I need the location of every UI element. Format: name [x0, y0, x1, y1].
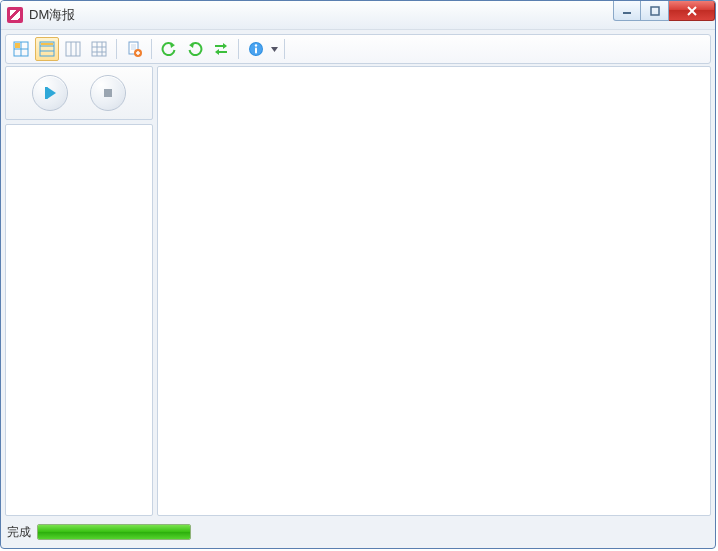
chevron-down-icon	[271, 47, 278, 52]
list-panel[interactable]	[5, 124, 153, 516]
swap-button[interactable]	[209, 37, 233, 61]
titlebar: DM海报	[1, 1, 715, 30]
svg-rect-1	[651, 7, 659, 15]
minimize-button[interactable]	[613, 1, 641, 21]
refresh-cw-icon	[187, 41, 203, 57]
info-dropdown[interactable]	[270, 47, 279, 52]
refresh-ccw-icon	[161, 41, 177, 57]
svg-rect-11	[41, 43, 53, 45]
stop-icon	[101, 86, 115, 100]
close-icon	[686, 6, 698, 16]
info-button[interactable]	[244, 37, 268, 61]
status-text: 完成	[5, 524, 31, 541]
svg-rect-0	[623, 12, 631, 14]
page-add-icon	[126, 41, 142, 57]
svg-rect-38	[104, 89, 112, 97]
columns-icon	[65, 41, 81, 57]
refresh-button-2[interactable]	[183, 37, 207, 61]
statusbar: 完成	[5, 520, 711, 544]
svg-rect-34	[255, 48, 257, 54]
toolbar-separator	[151, 39, 152, 59]
maximize-button[interactable]	[641, 1, 669, 21]
toolbar-separator	[116, 39, 117, 59]
progress-bar	[37, 524, 191, 540]
svg-rect-12	[66, 42, 80, 56]
svg-marker-35	[271, 47, 278, 52]
detail-icon	[39, 41, 55, 57]
swap-icon	[213, 41, 229, 57]
svg-rect-7	[15, 43, 20, 48]
stop-button[interactable]	[90, 75, 126, 111]
play-icon	[42, 85, 58, 101]
info-icon	[248, 41, 264, 57]
view-detail-button[interactable]	[35, 37, 59, 61]
svg-marker-36	[47, 87, 56, 99]
svg-marker-30	[215, 49, 219, 55]
toolbar-separator	[238, 39, 239, 59]
window-controls	[613, 1, 715, 21]
table-icon	[91, 41, 107, 57]
grid-icon	[13, 41, 29, 57]
toolbar-separator	[284, 39, 285, 59]
main-panel[interactable]	[157, 66, 711, 516]
svg-point-33	[255, 44, 257, 46]
toolbar	[5, 34, 711, 64]
svg-rect-37	[45, 87, 48, 99]
svg-rect-15	[92, 42, 106, 56]
close-button[interactable]	[669, 1, 715, 21]
view-table-button[interactable]	[87, 37, 111, 61]
progress-fill	[38, 525, 190, 539]
view-columns-button[interactable]	[61, 37, 85, 61]
page-add-button[interactable]	[122, 37, 146, 61]
refresh-button-1[interactable]	[157, 37, 181, 61]
left-column	[5, 66, 153, 516]
app-window: DM海报	[0, 0, 716, 549]
app-icon	[7, 7, 23, 23]
control-panel	[5, 66, 153, 120]
window-title: DM海报	[29, 6, 75, 24]
minimize-icon	[622, 6, 632, 16]
play-button[interactable]	[32, 75, 68, 111]
maximize-icon	[650, 6, 660, 16]
view-grid-button[interactable]	[9, 37, 33, 61]
svg-marker-29	[223, 43, 227, 49]
body	[5, 66, 711, 516]
